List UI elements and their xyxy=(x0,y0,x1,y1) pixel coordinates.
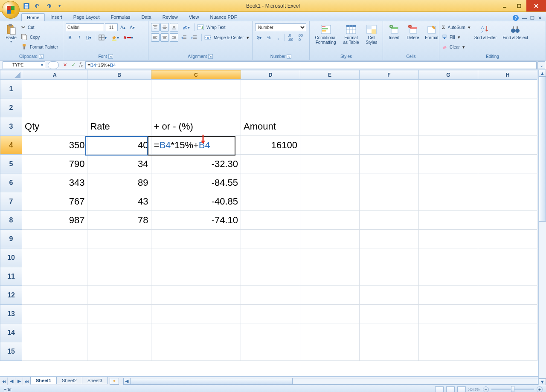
row-header-14[interactable]: 14 xyxy=(0,323,22,342)
merge-center-button[interactable]: aMerge & Center▾ xyxy=(204,33,249,42)
cell-B6[interactable]: 89 xyxy=(87,173,151,192)
format-painter-button[interactable]: Format Painter xyxy=(21,42,60,52)
increase-decimal-icon[interactable]: .0.00 xyxy=(286,33,295,42)
fill-button[interactable]: Fill▾ xyxy=(442,32,470,42)
name-box-input[interactable] xyxy=(5,63,31,67)
zoom-out-icon[interactable]: − xyxy=(483,386,489,392)
row-header-11[interactable]: 11 xyxy=(0,267,22,286)
accounting-format-icon[interactable]: $▾ xyxy=(255,33,264,42)
row-header-5[interactable]: 5 xyxy=(0,155,22,173)
enter-formula-icon[interactable]: ✓ xyxy=(70,62,77,68)
minimize-button[interactable] xyxy=(497,0,512,12)
restore-window-icon[interactable]: ❐ xyxy=(530,15,534,21)
cell-styles-button[interactable]: Cell Styles xyxy=(363,23,380,46)
sheet-nav-first-icon[interactable]: ⏮ xyxy=(0,378,8,385)
select-all-corner[interactable] xyxy=(0,70,22,80)
expand-formula-bar-icon[interactable]: ⌄ xyxy=(537,61,545,69)
decrease-decimal-icon[interactable]: .00.0 xyxy=(296,33,305,42)
bold-button[interactable]: B xyxy=(66,33,74,42)
align-middle-icon[interactable] xyxy=(160,23,169,32)
new-sheet-button[interactable]: ✦ xyxy=(110,378,119,385)
zoom-slider-thumb[interactable] xyxy=(511,386,514,392)
cut-button[interactable]: ✂Cut xyxy=(21,23,60,32)
cell-A7[interactable]: 767 xyxy=(22,192,87,211)
close-workbook-icon[interactable]: ✕ xyxy=(538,15,542,21)
comma-format-icon[interactable]: , xyxy=(274,33,282,42)
font-size-input[interactable] xyxy=(105,23,118,31)
number-format-select[interactable]: Number xyxy=(255,23,306,31)
cell-B5[interactable]: 34 xyxy=(87,155,151,173)
view-page-break-icon[interactable] xyxy=(457,386,466,392)
hscroll-left-icon[interactable]: ◀ xyxy=(123,378,130,385)
tab-insert[interactable]: Insert xyxy=(45,13,68,21)
decrease-indent-icon[interactable] xyxy=(179,33,189,42)
format-cells-button[interactable]: Format xyxy=(423,23,440,42)
tab-view[interactable]: View xyxy=(183,13,205,21)
row-header-6[interactable]: 6 xyxy=(0,173,22,192)
worksheet-grid[interactable]: A B C D E F G H 1 2 3 Qty Rate + or - (%… xyxy=(0,70,546,377)
cell-B4[interactable]: 40 xyxy=(87,136,151,155)
increase-indent-icon[interactable] xyxy=(189,33,199,42)
cell-B8[interactable]: 78 xyxy=(87,211,151,230)
cell-A8[interactable]: 987 xyxy=(22,211,87,230)
qat-customize-icon[interactable]: ▾ xyxy=(55,2,64,10)
row-header-13[interactable]: 13 xyxy=(0,305,22,323)
paste-button[interactable]: Paste▾ xyxy=(3,23,20,46)
cell-C5[interactable]: -32.30 xyxy=(151,155,241,173)
cell-A6[interactable]: 343 xyxy=(22,173,87,192)
row-header-9[interactable]: 9 xyxy=(0,230,22,248)
align-left-icon[interactable] xyxy=(151,33,160,42)
tab-page-layout[interactable]: Page Layout xyxy=(68,13,105,21)
tab-nuance-pdf[interactable]: Nuance PDF xyxy=(204,13,242,21)
cell-A4[interactable]: 350 xyxy=(22,136,87,155)
delete-cells-button[interactable]: ×Delete xyxy=(404,23,421,42)
find-select-button[interactable]: Find & Select xyxy=(501,23,530,42)
vertical-scrollbar[interactable]: ▲ ▼ xyxy=(538,70,546,385)
formula-input[interactable]: =B4*15%+B4 xyxy=(85,61,537,69)
sort-filter-button[interactable]: AZSort & Filter xyxy=(472,23,499,42)
row-header-8[interactable]: 8 xyxy=(0,211,22,230)
cell-A3[interactable]: Qty xyxy=(22,117,87,136)
italic-button[interactable]: I xyxy=(75,33,84,42)
copy-button[interactable]: Copy xyxy=(21,32,60,42)
maximize-button[interactable] xyxy=(512,0,526,12)
row-header-15[interactable]: 15 xyxy=(0,342,22,361)
vscroll-thumb[interactable] xyxy=(539,77,546,222)
col-header-C[interactable]: C xyxy=(151,70,241,80)
redo-icon[interactable] xyxy=(44,2,53,10)
font-color-button[interactable]: A▾ xyxy=(122,33,135,42)
help-icon[interactable]: ? xyxy=(513,15,519,21)
hscroll-thumb[interactable] xyxy=(131,378,293,384)
name-box[interactable]: ▾ xyxy=(3,61,45,69)
undo-icon[interactable] xyxy=(33,2,42,10)
cell-C3[interactable]: + or - (%) xyxy=(151,117,241,136)
sheet-nav-next-icon[interactable]: ▶ xyxy=(15,378,23,385)
tab-review[interactable]: Review xyxy=(157,13,183,21)
orientation-icon[interactable]: ab▾ xyxy=(180,23,192,32)
format-as-table-button[interactable]: Format as Table xyxy=(341,23,361,46)
row-header-4[interactable]: 4 xyxy=(0,136,22,155)
vscroll-up-icon[interactable]: ▲ xyxy=(539,70,546,77)
sheet-tab-1[interactable]: Sheet1 xyxy=(30,377,57,384)
tab-home[interactable]: Home xyxy=(21,13,45,21)
border-button[interactable]: ▾ xyxy=(97,33,108,42)
font-dialog-launcher[interactable]: ↘ xyxy=(108,54,113,59)
cancel-formula-icon[interactable]: ✕ xyxy=(61,62,68,68)
underline-button[interactable]: U▾ xyxy=(84,33,93,42)
cell-B3[interactable]: Rate xyxy=(87,117,151,136)
row-header-12[interactable]: 12 xyxy=(0,286,22,305)
align-top-icon[interactable] xyxy=(151,23,160,32)
wrap-text-button[interactable]: abWrap Text xyxy=(197,23,227,32)
cell-D3[interactable]: Amount xyxy=(241,117,300,136)
sheet-nav-last-icon[interactable]: ⏭ xyxy=(23,378,31,385)
zoom-slider[interactable] xyxy=(491,389,534,390)
cell-A5[interactable]: 790 xyxy=(22,155,87,173)
col-header-E[interactable]: E xyxy=(300,70,360,80)
close-button[interactable] xyxy=(526,0,546,12)
col-header-B[interactable]: B xyxy=(87,70,151,80)
align-center-icon[interactable] xyxy=(160,33,169,42)
tab-data[interactable]: Data xyxy=(136,13,157,21)
col-header-D[interactable]: D xyxy=(241,70,300,80)
cell-C7[interactable]: -40.85 xyxy=(151,192,241,211)
row-header-3[interactable]: 3 xyxy=(0,117,22,136)
